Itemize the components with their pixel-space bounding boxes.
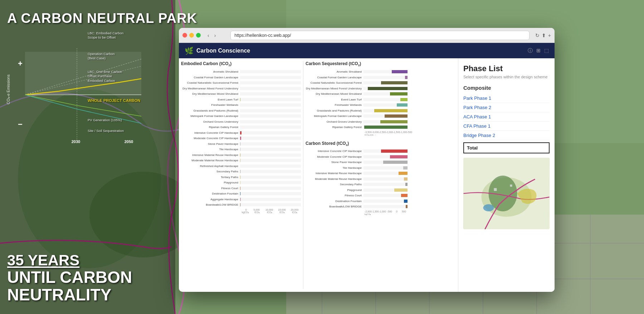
bar-label: Stone Paver Hardscape (306, 161, 364, 164)
bar-label: Fitness Court (181, 187, 240, 190)
embodied-bar-row: Destination Fountain (181, 191, 301, 196)
bar-label: Metropark Formal Garden Landscape (181, 114, 240, 118)
sequestered-chart-title: Carbon Sequestered (tCO2) (306, 61, 408, 67)
bar-label: Intensive Concrete CIP Hardscape (181, 131, 240, 134)
sequestered-carbon-column: Carbon Sequestered (tCO2) Aromatic Shrub… (306, 61, 408, 289)
maximize-button[interactable] (196, 33, 201, 38)
annotation-whole-project: WHOLE PROJECT CARBON (88, 98, 140, 103)
nav-buttons: ‹ › (206, 32, 218, 39)
bar-label: Riparian Gallery Forest (181, 126, 240, 129)
embodied-bar-row: Grasslands and Pastures (Ruderal) (181, 108, 301, 113)
bar-label: Aromatic Shrubland (306, 70, 364, 73)
embodied-x-axis: 0 5,000 10,000 15,000 20,000 (242, 208, 301, 211)
sequestered-bar-row: Orchard Groves Understory (306, 119, 408, 124)
phase-item-total[interactable]: Total (463, 142, 550, 153)
url-bar[interactable]: https://hellenikon-cc.web.app/ (230, 31, 529, 40)
sequestered-bars-container: Aromatic ShrublandCoastal Formal Garden … (306, 69, 408, 130)
bar-label: Event Lawn Turf (181, 98, 240, 101)
bookmark-icon[interactable]: + (548, 33, 551, 38)
bar-label: Coastal Naturalistic Successional Forest (181, 81, 240, 84)
bar-label: Coastal Formal Garden Landscape (306, 76, 364, 79)
bar-label: Moderate Concrete CIP Hardscape (181, 137, 240, 140)
annotation-lbc-offset: LBC: One-time CarbonOffset PurchaseEmbod… (88, 70, 122, 83)
until-label: UNTIL CARBON (7, 269, 132, 286)
bar-label: Destination Fountain (181, 192, 240, 195)
bar-label: Destination Fountain (306, 200, 364, 203)
browser-chrome: ‹ › https://hellenikon-cc.web.app/ ↻ ⬆ + (179, 28, 555, 43)
embodied-bar-row: Aromatic Shrubland (181, 69, 301, 74)
bar-label: Refinished Asphalt Hardscape (181, 165, 240, 168)
svg-text:2030: 2030 (72, 139, 80, 144)
sequestered-x-axis: -3,500 -3,000 -2,500 -2,000 -1,500 -1,00… (365, 131, 408, 133)
bar-label: Riparian Gallery Forest (306, 126, 364, 129)
stored-bar-row: Playground (306, 187, 408, 192)
embodied-bar-row: Boardwalk/LOW BRIDGE (181, 202, 301, 207)
phase-list-title: Phase List (463, 64, 550, 73)
bottom-left-text: 35 YEARS UNTIL CARBON NEUTRALITY (7, 252, 132, 303)
bar-label: Metropark Formal Garden Landscape (306, 114, 364, 118)
bar-label: Intensive Material Reuse Hardscape (181, 153, 240, 157)
embodied-bar-row: Coastal Naturalistic Successional Forest (181, 80, 301, 85)
embodied-x-units: kgCO₂ tCO₂ tCO₂ tCO₂ tCO₂ (242, 211, 301, 214)
stored-bar-row: Secondary Paths (306, 182, 408, 187)
bar-label: Event Lawn Turf (306, 98, 364, 101)
bar-label: Dry Mediterranean Mixed Forest Understor… (181, 87, 240, 90)
phase-item-park1[interactable]: Park Phase 1 (463, 94, 550, 103)
sequestered-bar-row: Aromatic Shrubland (306, 69, 408, 74)
back-button[interactable]: ‹ (206, 32, 211, 39)
embodied-bar-row: Aggregate Hardscape (181, 197, 301, 202)
stored-chart-title: Carbon Stored (tCO2) (306, 141, 408, 147)
embodied-bars-container: Aromatic ShrublandCoastal Formal Garden … (181, 69, 301, 207)
logo-icon: 🌿 (185, 46, 194, 55)
stored-bar-row: Moderate Concrete CIP Hardscape (306, 154, 408, 159)
bar-label: Moderate Material Reuse Hardscape (306, 177, 364, 181)
refresh-icon[interactable]: ↻ (535, 33, 540, 38)
annotation-soil-sequestration: Site / Soil Sequestration (88, 129, 124, 133)
bar-label: Stone Paver Hardscape (181, 142, 240, 146)
embodied-bar-row: Tile Hardscape (181, 147, 301, 152)
svg-point-28 (483, 204, 494, 211)
export-icon[interactable]: ⬚ (544, 48, 549, 54)
bar-label: Freshwater Wetlands (306, 103, 364, 107)
sequestered-bar-row: Freshwater Wetlands (306, 103, 408, 108)
phase-item-cfa1[interactable]: CFA Phase 1 (463, 122, 550, 131)
annotation-lbc-embodied: LBC: Embodied CarbonScope to be Offset (88, 31, 123, 40)
bar-label: Orchard Groves Understory (306, 120, 364, 123)
embodied-bar-row: Tertiary Paths (181, 175, 301, 180)
info-icon[interactable]: ⓘ (528, 48, 533, 54)
bar-label: Secondary Paths (306, 183, 364, 186)
bar-label: Coastal Formal Garden Landscape (181, 76, 240, 79)
embodied-carbon-column: Embodied Carbon (tCO2) Aromatic Shrublan… (181, 61, 301, 289)
svg-text:−: − (18, 120, 23, 129)
embodied-bar-row: Moderate Concrete CIP Hardscape (181, 136, 301, 141)
stored-bar-row: Moderate Material Reuse Hardscape (306, 176, 408, 181)
browser-window: ‹ › https://hellenikon-cc.web.app/ ↻ ⬆ +… (179, 28, 555, 292)
bar-label: Aggregate Hardscape (181, 198, 240, 201)
stored-bar-row: Tile Hardscape (306, 165, 408, 170)
composite-label: Composite (463, 85, 550, 91)
embodied-chart-title: Embodied Carbon (tCO2) (181, 61, 301, 67)
close-button[interactable] (182, 33, 187, 38)
bar-label: Playground (181, 181, 240, 184)
stored-bar-row: Boardwalk/LOW BRIDGE (306, 204, 408, 209)
phase-item-aca1[interactable]: ACA Phase 1 (463, 112, 550, 122)
annotation-pv-generation: PV Generation (105%) (88, 118, 122, 122)
embodied-bar-row: Stone Paver Hardscape (181, 141, 301, 146)
share-icon[interactable]: ⬆ (542, 33, 546, 38)
forward-button[interactable]: › (213, 32, 218, 39)
main-title: A CARBON NEUTRAL PARK (7, 11, 197, 26)
app-name: Carbon Conscience (196, 48, 250, 54)
bar-label: Freshwater Wetlands (181, 103, 240, 107)
col-divider-1 (303, 61, 303, 289)
stored-bars-container: Intensive Concrete CIP HardscapeModerate… (306, 149, 408, 209)
svg-text:CO₂-e Emissions: CO₂-e Emissions (6, 74, 10, 104)
traffic-lights (182, 33, 201, 38)
bar-label: Fitness Court (306, 194, 364, 197)
url-bar-icons: ↻ ⬆ + (535, 33, 551, 38)
phase-item-bridge2[interactable]: Bridge Phase 2 (463, 131, 550, 140)
bar-label: Intensive Material Reuse Hardscape (306, 172, 364, 175)
bar-label: Orchard Groves Understory (181, 120, 240, 123)
grid-icon[interactable]: ⊞ (536, 48, 541, 54)
phase-item-park2[interactable]: Park Phase 2 (463, 103, 550, 112)
minimize-button[interactable] (189, 33, 194, 38)
